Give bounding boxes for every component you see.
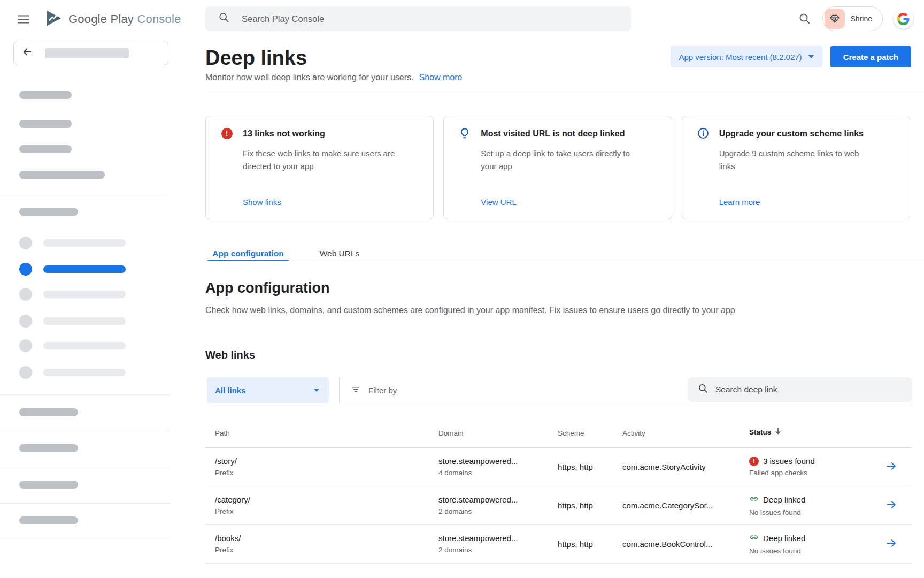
card-links-not-working: ! 13 links not working Fix these web lin…	[205, 116, 434, 219]
app-chip-label: Shrine	[851, 14, 872, 23]
tab-bar: App configuration Web URLs	[205, 246, 924, 261]
sidebar-nav-icon[interactable]	[19, 315, 32, 328]
lightbulb-icon	[458, 127, 471, 140]
web-links-table: Path Domain Scheme Activity Status	[205, 405, 912, 578]
domains-count: 2 domains	[438, 546, 558, 554]
deep-link-search-bar[interactable]	[688, 377, 912, 402]
table-header: Path Domain Scheme Activity Status	[205, 405, 912, 448]
table-row[interactable]: /item/ store.steampowered...	[205, 564, 912, 578]
error-icon: !	[749, 457, 759, 466]
open-row-arrow-icon[interactable]	[886, 537, 897, 551]
skeleton-bar	[19, 208, 78, 216]
app-selector-chip[interactable]: Shrine	[822, 6, 883, 31]
activity: com.acme.CategorySor...	[622, 501, 713, 511]
column-header-status[interactable]: Status	[749, 427, 882, 437]
tab-app-configuration[interactable]: App configuration	[207, 246, 289, 261]
skeleton-bar	[19, 120, 72, 128]
open-row-arrow-icon[interactable]	[886, 576, 897, 578]
sidebar-nav-icon[interactable]	[19, 366, 32, 379]
domains-count: 2 domains	[438, 507, 558, 516]
status-text: 3 issues found	[763, 457, 815, 466]
web-links-heading: Web links	[205, 349, 924, 361]
show-links-link[interactable]: Show links	[243, 197, 281, 207]
path-type: Prefix	[215, 469, 438, 477]
table-row[interactable]: /books/ Prefix store.steampowered... 2 d…	[205, 525, 912, 564]
skeleton-bar	[19, 91, 72, 99]
activity: com.acme.StoryActivity	[622, 462, 706, 472]
header-actions: App version: Most recent (8.2.027) Creat…	[671, 46, 924, 67]
chevron-down-icon	[808, 55, 814, 58]
global-search-bar[interactable]	[205, 6, 631, 31]
divider	[0, 503, 170, 504]
table-row[interactable]: /category/ Prefix store.steampowered... …	[205, 486, 912, 525]
search-icon	[218, 12, 230, 26]
hamburger-menu-icon[interactable]	[16, 12, 31, 27]
filter-icon	[351, 384, 361, 396]
status-detail: No issues found	[749, 547, 882, 556]
deep-link-path: /books/	[215, 534, 438, 543]
card-title: Most visited URL is not deep linked	[481, 127, 656, 140]
web-links-toolbar: All links Filter by	[205, 377, 912, 405]
sidebar-nav-item-active[interactable]	[43, 265, 126, 273]
page-subtitle: Monitor how well deep links are working …	[205, 72, 462, 83]
search-icon	[698, 383, 709, 396]
card-body: Fix these web links to make sure users a…	[243, 147, 409, 173]
open-row-arrow-icon[interactable]	[886, 499, 897, 513]
show-more-link[interactable]: Show more	[419, 73, 463, 82]
skeleton-bar	[19, 171, 105, 179]
sidebar-nav-item[interactable]	[43, 369, 126, 376]
sidebar-nav-item[interactable]	[43, 317, 126, 325]
play-console-logo[interactable]: Google Play Console	[44, 9, 181, 30]
column-header-path[interactable]: Path	[215, 429, 438, 437]
learn-more-link[interactable]: Learn more	[719, 197, 760, 207]
status-detail: No issues found	[749, 508, 882, 517]
sidebar-nav-icon-active[interactable]	[19, 263, 32, 276]
tab-web-urls[interactable]: Web URLs	[305, 246, 374, 261]
card-upgrade-custom-schemes: Upgrade your custom scheme links Upgrade…	[682, 116, 910, 219]
chevron-down-icon	[314, 389, 319, 392]
back-button[interactable]	[13, 41, 168, 65]
sidebar-nav-item[interactable]	[43, 342, 126, 349]
sidebar-nav-icon[interactable]	[19, 237, 32, 249]
global-search-input[interactable]	[242, 14, 563, 24]
sidebar-nav-item[interactable]	[43, 239, 126, 247]
info-icon	[697, 127, 710, 140]
links-filter-dropdown[interactable]: All links	[207, 377, 329, 403]
sort-descending-icon	[774, 427, 782, 437]
skeleton-bar	[19, 145, 72, 153]
sidebar-nav-item[interactable]	[43, 291, 126, 298]
section-title: App configuration	[205, 279, 924, 296]
sidebar-nav-icon[interactable]	[19, 288, 32, 301]
card-title: Upgrade your custom scheme links	[719, 127, 895, 140]
create-patch-button[interactable]: Create a patch	[830, 46, 911, 67]
back-arrow-icon	[21, 46, 33, 60]
column-header-activity[interactable]: Activity	[622, 429, 749, 437]
play-logo-icon	[44, 9, 63, 30]
status-text: Deep linked	[763, 495, 805, 505]
deep-link-search-input[interactable]	[715, 385, 897, 394]
open-row-arrow-icon[interactable]	[886, 460, 897, 474]
logo-text: Google Play Console	[68, 12, 181, 26]
deep-link-path: /story/	[215, 457, 438, 466]
error-icon: !	[220, 127, 233, 140]
path-type: Prefix	[215, 546, 438, 554]
search-icon[interactable]	[798, 12, 812, 26]
table-row[interactable]: /story/ Prefix store.steampowered... 4 d…	[205, 448, 912, 486]
link-icon	[749, 575, 759, 578]
divider	[0, 539, 170, 539]
card-most-visited-url: Most visited URL is not deep linked Set …	[443, 116, 672, 219]
divider	[339, 377, 340, 403]
google-account-avatar[interactable]	[894, 9, 913, 29]
scheme: https, http	[558, 539, 593, 549]
scheme: https, http	[558, 501, 593, 511]
status-text: Deep linked	[763, 534, 805, 543]
sidebar-nav-icon[interactable]	[19, 339, 32, 352]
view-url-link[interactable]: View URL	[481, 197, 516, 207]
app-version-selector[interactable]: App version: Most recent (8.2.027)	[671, 46, 822, 67]
skeleton-bar	[45, 48, 129, 58]
column-header-domain[interactable]: Domain	[438, 429, 558, 437]
column-header-scheme[interactable]: Scheme	[558, 429, 622, 437]
google-g-icon	[897, 13, 910, 25]
filter-by-control[interactable]: Filter by	[351, 377, 397, 403]
shrine-app-icon	[825, 9, 845, 29]
